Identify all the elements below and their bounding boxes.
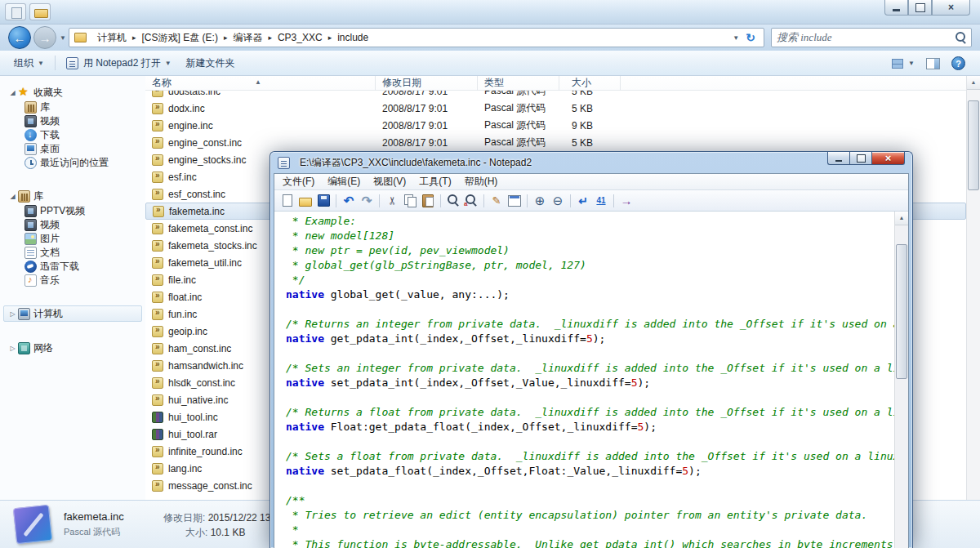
pascal-file-icon xyxy=(152,326,163,337)
menu-item[interactable]: 帮助(H) xyxy=(458,173,505,190)
sidebar-item[interactable]: 桌面 xyxy=(0,142,145,156)
history-dropdown-icon[interactable]: ▼ xyxy=(60,34,66,42)
new-folder-label: 新建文件夹 xyxy=(186,56,235,70)
sidebar-item[interactable]: 视频 xyxy=(0,218,145,232)
search-icon[interactable] xyxy=(953,30,968,45)
notepad2-titlebar[interactable]: E:\编译器\CP3_XXC\include\fakemeta.inc - No… xyxy=(270,152,912,173)
zoom-out-icon[interactable]: ⊖ xyxy=(550,193,566,208)
file-list-scrollbar[interactable]: ▲ xyxy=(966,76,980,500)
forward-button[interactable]: → xyxy=(33,26,56,49)
column-header-size[interactable]: 大小 xyxy=(559,76,621,91)
line-numbers-icon[interactable]: 41 xyxy=(593,193,609,208)
file-name: ham_const.inc xyxy=(168,343,231,354)
breadcrumb-segment[interactable]: CP3_XXC xyxy=(272,29,328,47)
navigation-bar: ← → ▼ 计算机▸[CS游戏] E盘 (E:)▸编译器▸CP3_XXC▸inc… xyxy=(0,25,980,51)
code-line: native set_pdata_float(_index,_Offset,Fl… xyxy=(286,464,894,479)
column-header-date[interactable]: 修改日期 xyxy=(376,76,478,91)
sidebar-item[interactable]: PPTV视频 xyxy=(0,204,145,218)
sidebar-item[interactable]: 库 xyxy=(0,100,145,114)
wrap-icon[interactable]: ↵ xyxy=(575,193,591,208)
pascal-file-icon xyxy=(152,463,163,474)
editor-scrollbar[interactable]: ▲ xyxy=(894,212,908,548)
video-icon xyxy=(24,219,37,231)
launch-icon[interactable]: → xyxy=(618,193,635,208)
scroll-up-icon[interactable]: ▲ xyxy=(967,76,980,90)
file-row[interactable]: dodx.inc2008/8/17 9:01Pascal 源代码5 KB xyxy=(145,100,966,117)
sidebar-item[interactable]: 最近访问的位置 xyxy=(0,156,145,170)
scrollbar-thumb[interactable] xyxy=(896,244,907,379)
code-area[interactable]: * Example: * new model[128] * new ptr = … xyxy=(274,212,894,548)
collapse-icon[interactable]: ◢ xyxy=(7,89,18,96)
menu-item[interactable]: 文件(F) xyxy=(276,173,321,190)
library-icon xyxy=(24,101,37,114)
file-name: engine.inc xyxy=(168,120,213,131)
redo-icon[interactable]: ↷ xyxy=(359,193,375,208)
sidebar-item[interactable]: 视频 xyxy=(0,114,145,128)
change-view-button[interactable]: ▼ xyxy=(891,58,915,69)
sidebar-section-libraries[interactable]: ◢库 xyxy=(3,188,142,204)
code-line: * Example: xyxy=(286,214,894,229)
save-icon[interactable] xyxy=(315,193,332,208)
menu-item[interactable]: 编辑(E) xyxy=(321,173,367,190)
code-line: /* Sets a float from private data. _linu… xyxy=(286,449,894,464)
breadcrumb-segment[interactable]: [CS游戏] E盘 (E:) xyxy=(136,29,224,47)
file-name: dodstats.inc xyxy=(168,91,220,97)
file-row[interactable]: dodstats.inc2008/8/17 9:01Pascal 源代码5 KB xyxy=(145,91,966,100)
expand-icon[interactable]: ▷ xyxy=(7,345,18,352)
new-folder-button[interactable]: 新建文件夹 xyxy=(179,53,243,74)
new-icon[interactable] xyxy=(279,193,296,208)
breadcrumb-segment[interactable]: include xyxy=(332,29,374,47)
sidebar-item[interactable]: 下载 xyxy=(0,128,145,142)
search-input[interactable] xyxy=(772,31,953,44)
close-button[interactable]: × xyxy=(871,152,905,165)
sidebar-item-label: 图片 xyxy=(40,232,60,246)
sidebar-item[interactable]: 文档 xyxy=(0,246,145,260)
column-header-type[interactable]: 类型 xyxy=(478,76,559,91)
zoom-in-icon[interactable]: ⊕ xyxy=(532,193,548,208)
preview-pane-button[interactable] xyxy=(926,58,940,69)
expand-icon[interactable]: ▷ xyxy=(7,310,18,318)
notepad2-icon xyxy=(278,157,290,169)
paste-icon[interactable] xyxy=(420,193,436,208)
scroll-up-icon[interactable]: ▲ xyxy=(895,212,908,225)
cut-icon[interactable]: ✂ xyxy=(385,193,400,209)
undo-icon[interactable]: ↶ xyxy=(341,193,357,208)
close-button[interactable]: × xyxy=(932,0,970,16)
maximize-button[interactable] xyxy=(908,0,932,16)
scrollbar-thumb[interactable] xyxy=(968,100,979,190)
menu-item[interactable]: 工具(T) xyxy=(412,173,457,190)
replace-icon[interactable]: a xyxy=(463,193,479,208)
collapse-icon[interactable]: ◢ xyxy=(7,193,18,200)
column-header-name[interactable]: 名称 ▲ xyxy=(145,76,376,91)
sidebar-item[interactable]: 音乐 xyxy=(0,274,145,287)
find-icon[interactable] xyxy=(445,193,461,208)
file-row[interactable]: engine_const.inc2008/8/17 9:01Pascal 源代码… xyxy=(145,134,966,151)
address-dropdown-icon[interactable]: ▼ xyxy=(728,34,744,42)
sidebar-item[interactable]: 迅雷下载 xyxy=(0,260,145,274)
file-row[interactable]: engine.inc2008/8/17 9:01Pascal 源代码9 KB xyxy=(145,117,966,134)
back-button[interactable]: ← xyxy=(8,26,31,49)
minimize-button[interactable] xyxy=(827,152,849,165)
breadcrumb-segment[interactable]: 计算机 xyxy=(91,29,132,47)
window-caption-buttons: × xyxy=(884,0,970,16)
address-bar[interactable]: 计算机▸[CS游戏] E盘 (E:)▸编译器▸CP3_XXC▸include ▼… xyxy=(69,28,764,47)
open-icon[interactable] xyxy=(297,193,314,208)
sidebar-section-network[interactable]: ▷网络 xyxy=(3,340,142,356)
refresh-icon[interactable]: ↻ xyxy=(744,31,760,44)
schemes-icon[interactable]: ✎ xyxy=(488,193,505,208)
menu-item[interactable]: 视图(V) xyxy=(367,173,412,190)
sidebar-section-favorites[interactable]: ◢收藏夹 xyxy=(3,84,142,100)
sidebar-section-computer[interactable]: ▷计算机 xyxy=(3,305,142,322)
minimize-button[interactable] xyxy=(884,0,908,16)
file-name: fun.inc xyxy=(168,309,197,320)
copy-icon[interactable] xyxy=(402,193,418,208)
sidebar-item[interactable]: 图片 xyxy=(0,232,145,246)
organize-button[interactable]: 组织 ▼ xyxy=(7,53,51,74)
search-box[interactable] xyxy=(771,28,972,47)
maximize-button[interactable] xyxy=(849,152,871,165)
help-button[interactable]: ? xyxy=(951,56,965,70)
breadcrumb-segment[interactable]: 编译器 xyxy=(227,29,268,47)
sidebar-section-label: 库 xyxy=(33,189,43,203)
open-with-notepad2-button[interactable]: 用 Notepad2 打开 ▼ xyxy=(59,53,179,74)
view-icon[interactable] xyxy=(506,193,523,208)
